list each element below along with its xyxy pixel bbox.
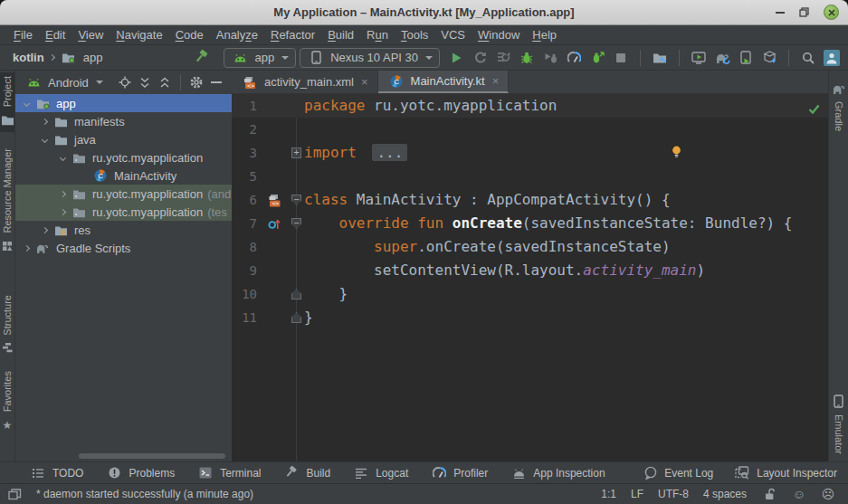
code-editor[interactable]: 1package ru.yotc.myapplication23+import … [232,94,828,461]
line-number[interactable]: 3 [232,141,264,165]
tree-item-app[interactable]: app [15,94,232,112]
toolwindow-todo[interactable]: TODO [29,464,83,482]
menu-run[interactable]: Run [360,28,395,42]
close-tab-icon[interactable]: × [361,75,368,89]
debug-icon[interactable] [518,49,536,67]
code-line-11[interactable]: 11} [232,306,828,329]
code-line-7[interactable]: 7− override fun onCreate(savedInstanceSt… [232,212,828,235]
device-file-explorer-icon[interactable] [651,49,669,67]
collapse-all-icon[interactable] [156,73,174,91]
indent-setting[interactable]: 4 spaces [703,488,747,500]
stop-icon[interactable] [612,49,630,67]
minimize-button[interactable] [776,12,785,14]
code-line-6[interactable]: 6<>−class MainActivity : AppCompatActivi… [232,188,828,212]
toolwindow-layout-inspector[interactable]: Layout Inspector [733,464,837,482]
editor-tab-activity-main-xml[interactable]: <>activity_main.xml× [232,71,378,93]
close-tab-icon[interactable]: × [492,74,500,88]
line-ending[interactable]: LF [631,488,643,500]
inspections-ok-icon[interactable] [808,101,820,118]
apply-changes-icon[interactable] [588,49,606,67]
line-number[interactable]: 9 [232,259,264,282]
menu-vcs[interactable]: VCS [434,28,472,42]
toolwindow-event-log[interactable]: Event Log [641,464,713,482]
code-line-2[interactable]: 2 [232,118,828,141]
menu-tools[interactable]: Tools [395,28,434,42]
chevron-down-icon[interactable] [60,154,66,160]
tree-item-gradle-scripts[interactable]: Gradle Scripts [15,239,232,257]
menu-code[interactable]: Code [169,28,210,42]
line-number[interactable]: 5 [232,165,264,188]
code-line-3[interactable]: 3+import ... [232,141,828,165]
stripe-button-resource-manager[interactable]: Resource Manager [0,145,14,259]
stripe-button-gradle[interactable]: Gradle [829,76,848,135]
line-number[interactable]: 7 [232,212,264,235]
menu-analyze[interactable]: Analyze [210,28,264,42]
menu-help[interactable]: Help [526,28,563,42]
lock-open-icon[interactable] [761,485,779,503]
chevron-right-icon[interactable] [60,190,66,196]
profile-avatar-icon[interactable] [823,49,841,67]
line-number[interactable]: 10 [232,282,264,306]
tree-item-manifests[interactable]: manifests [15,112,232,130]
run-icon[interactable] [447,49,465,67]
device-manager-icon[interactable] [737,49,755,67]
line-number[interactable]: 11 [232,306,264,329]
fold-expand-icon[interactable]: + [291,147,301,158]
menu-view[interactable]: View [71,28,110,42]
breadcrumb-item[interactable]: app [83,51,103,64]
chevron-right-icon[interactable] [24,244,30,251]
tree-item-java[interactable]: java [15,130,232,148]
code-line-10[interactable]: 10 } [232,282,828,306]
caret-position[interactable]: 1:1 [601,488,616,500]
restore-button[interactable] [799,5,809,21]
stripe-button-structure[interactable]: Structure [0,291,14,361]
file-encoding[interactable]: UTF-8 [658,488,689,500]
line-number[interactable]: 8 [232,235,264,259]
run-configuration-select[interactable]: app [224,48,296,68]
tree-item-res[interactable]: res [15,221,232,239]
tree-item-ru-yotc-myapplication[interactable]: ru.yotc.myapplication(and [15,185,232,203]
tree-item-ru-yotc-myapplication[interactable]: ru.yotc.myapplication(tes [15,203,232,221]
locate-icon[interactable] [116,73,134,91]
editor-tab-mainactivity-kt[interactable]: CMainActivity.kt× [378,71,510,93]
stripe-button-emulator[interactable]: Emulator [829,389,848,458]
settings-gear-icon[interactable] [187,73,205,91]
chevron-right-icon[interactable] [42,118,48,124]
goto-layout-icon[interactable]: <> [265,191,283,209]
line-number[interactable]: 6 [232,188,264,212]
code-line-1[interactable]: 1package ru.yotc.myapplication [232,94,828,118]
toolwindow-terminal[interactable]: Terminal [196,464,261,482]
toolwindow-app-inspection[interactable]: App Inspection [510,464,605,482]
intention-bulb-icon[interactable] [672,146,681,162]
face-happy-icon[interactable]: ☺ [790,485,808,503]
close-button[interactable] [824,5,839,20]
toolwindow-build[interactable]: Build [283,464,331,482]
code-line-9[interactable]: 9 setContentView(R.layout.activity_main) [232,259,828,282]
stripe-button-favorites[interactable]: Favorites★ [0,367,14,437]
toolwindow-logcat[interactable]: Logcat [352,464,408,482]
tree-item-mainactivity[interactable]: CMainActivity [15,166,232,185]
running-devices-icon[interactable] [690,49,708,67]
menu-navigate[interactable]: Navigate [110,28,168,42]
tree-item-ru-yotc-myapplication[interactable]: ru.yotc.myapplication [15,148,232,166]
code-line-5[interactable]: 5 [232,165,828,188]
device-select[interactable]: Nexus 10 API 30 [300,48,440,68]
gradle-sync-icon[interactable] [713,49,731,67]
code-line-8[interactable]: 8 super.onCreate(savedInstanceState) [232,235,828,259]
status-message[interactable]: * daemon started successfully (a minute … [36,488,253,500]
menu-file[interactable]: File [7,28,39,42]
chevron-down-icon[interactable] [24,100,30,106]
menu-refactor[interactable]: Refactor [264,28,321,42]
search-everywhere-icon[interactable] [799,49,817,67]
apply-code-changes-icon[interactable] [494,49,512,67]
expand-all-icon[interactable] [136,73,154,91]
chevron-down-icon[interactable] [42,136,48,142]
toolwindow-profiler[interactable]: Profiler [430,464,488,482]
stripe-button-project[interactable]: Project [0,72,14,132]
editor-toggle-icon[interactable] [5,485,24,503]
project-view-mode[interactable]: Android [48,76,89,90]
toolwindow-problems[interactable]: Problems [105,464,175,482]
breadcrumb-module[interactable]: kotlin [13,51,44,64]
face-sad-icon[interactable]: ☹ [819,485,837,503]
hide-panel-icon[interactable] [207,73,225,91]
